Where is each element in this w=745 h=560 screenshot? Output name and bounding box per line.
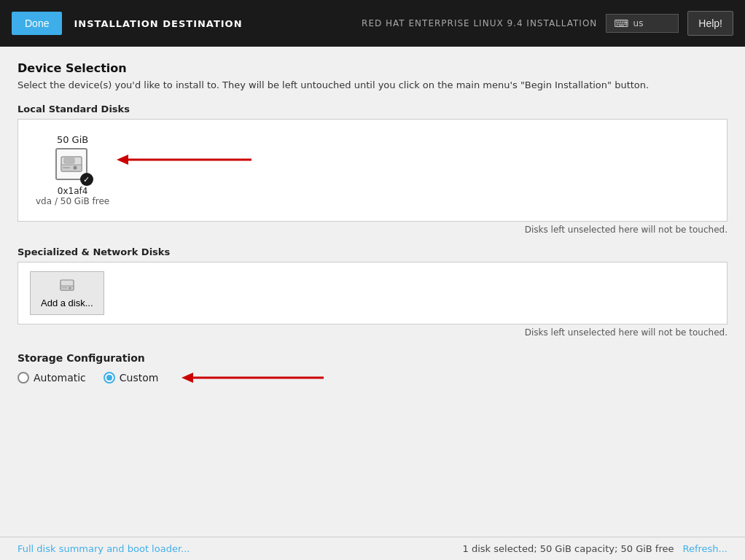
radio-automatic-outer	[17, 372, 29, 384]
storage-configuration-section: Storage Configuration Automatic Custom	[17, 352, 728, 384]
specialized-disks-note: Disks left unselected here will not be t…	[17, 327, 728, 338]
local-disks-box: 50 GiB ✓ 0x1af4 vda	[17, 119, 728, 222]
svg-point-2	[73, 166, 77, 170]
radio-automatic-label: Automatic	[34, 372, 86, 384]
refresh-link[interactable]: Refresh...	[683, 543, 728, 554]
radio-custom-outer	[104, 372, 115, 384]
disk-size: 50 GiB	[57, 134, 88, 145]
specialized-disks-box: Add a disk...	[17, 262, 728, 324]
local-standard-disks-section: Local Standard Disks 50 GiB	[17, 104, 728, 235]
custom-arrow-annotation	[182, 371, 324, 384]
full-disk-summary-link[interactable]: Full disk summary and boot loader...	[17, 543, 190, 554]
svg-point-9	[69, 287, 71, 289]
keyboard-icon: ⌨	[614, 18, 628, 29]
header-left: Done INSTALLATION DESTINATION	[12, 12, 243, 35]
svg-rect-3	[63, 167, 70, 168]
disk-selected-badge: ✓	[80, 173, 93, 186]
disk-item-vda[interactable]: 50 GiB ✓ 0x1af4 vda	[30, 128, 115, 212]
header-right: RED HAT ENTERPRISE LINUX 9.4 INSTALLATIO…	[362, 11, 733, 36]
disk-arrow-annotation	[117, 153, 251, 166]
device-selection-heading: Device Selection	[17, 61, 728, 75]
footer-status: 1 disk selected; 50 GiB capacity; 50 GiB…	[463, 543, 674, 554]
disk-red-arrow	[117, 153, 251, 166]
specialized-disks-label: Specialized & Network Disks	[17, 246, 728, 257]
local-disks-note: Disks left unselected here will not be t…	[17, 225, 728, 235]
add-disk-icon	[60, 278, 74, 296]
add-disk-button[interactable]: Add a disk...	[30, 271, 104, 315]
main-content: Device Selection Select the device(s) yo…	[0, 47, 745, 399]
page-title: INSTALLATION DESTINATION	[74, 18, 242, 29]
footer-right: 1 disk selected; 50 GiB capacity; 50 GiB…	[463, 543, 728, 554]
hdd-svg	[60, 152, 83, 176]
specialized-disks-section: Specialized & Network Disks Add a disk..…	[17, 246, 728, 338]
footer: Full disk summary and boot loader... 1 d…	[0, 537, 745, 560]
header: Done INSTALLATION DESTINATION RED HAT EN…	[0, 0, 745, 47]
svg-marker-12	[182, 373, 193, 383]
svg-rect-4	[64, 158, 74, 163]
radio-custom-label: Custom	[120, 372, 159, 384]
keyboard-indicator[interactable]: ⌨ us	[606, 14, 679, 33]
storage-config-radio-group: Automatic Custom	[17, 371, 728, 384]
disk-icon-wrapper: ✓	[55, 148, 90, 183]
local-disks-label: Local Standard Disks	[17, 104, 728, 114]
radio-option-automatic[interactable]: Automatic	[17, 372, 86, 384]
svg-marker-6	[117, 155, 128, 165]
done-button[interactable]: Done	[12, 12, 62, 35]
svg-rect-10	[62, 287, 67, 288]
keyboard-layout: us	[633, 18, 644, 28]
storage-config-label: Storage Configuration	[17, 352, 728, 364]
help-button[interactable]: Help!	[687, 11, 733, 36]
device-selection-desc: Select the device(s) you'd like to insta…	[17, 79, 728, 90]
disk-id: 0x1af4	[58, 186, 88, 196]
custom-red-arrow	[182, 371, 324, 384]
app-subtitle: RED HAT ENTERPRISE LINUX 9.4 INSTALLATIO…	[362, 18, 597, 28]
hdd-small-icon	[60, 278, 74, 292]
radio-option-custom[interactable]: Custom	[104, 372, 159, 384]
add-disk-label: Add a disk...	[41, 298, 93, 308]
radio-custom-inner	[106, 375, 112, 381]
disk-detail: vda / 50 GiB free	[36, 196, 109, 206]
